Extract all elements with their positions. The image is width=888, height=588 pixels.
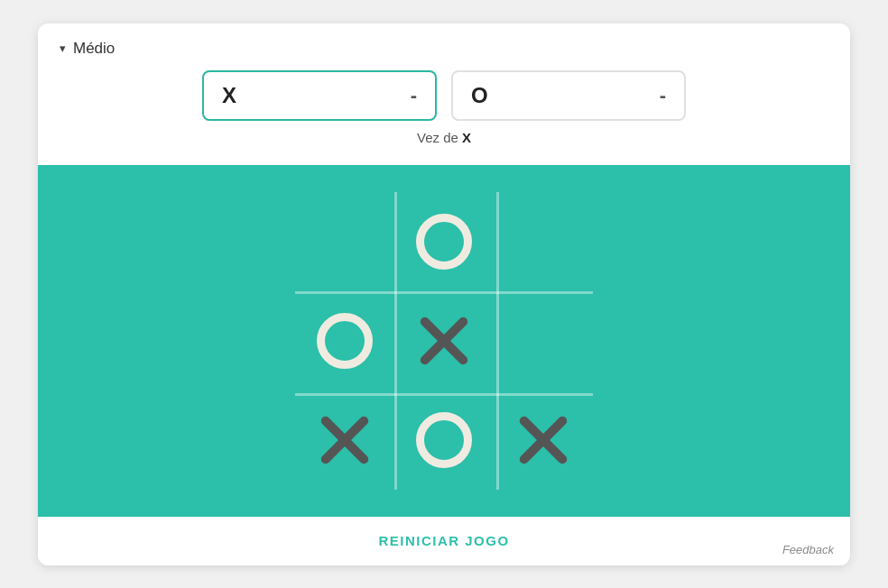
turn-label: Vez de xyxy=(417,130,458,145)
cell-2-1[interactable] xyxy=(394,390,494,490)
game-card: ▾ Médio X - O - Vez de X xyxy=(38,23,850,565)
o-piece xyxy=(416,214,472,270)
turn-indicator: Vez de X xyxy=(60,130,828,156)
o-piece xyxy=(317,313,373,369)
players-row: X - O - xyxy=(60,70,828,121)
cell-0-0[interactable] xyxy=(295,192,394,291)
difficulty-row: ▾ Médio xyxy=(60,40,828,58)
restart-button[interactable]: REINICIAR JOGO xyxy=(378,533,509,548)
cell-0-1[interactable] xyxy=(394,192,494,291)
cell-2-2[interactable] xyxy=(494,390,593,490)
board-grid[interactable] xyxy=(295,192,593,490)
player-x-symbol: X xyxy=(222,83,236,108)
game-board xyxy=(38,165,850,517)
chevron-icon: ▾ xyxy=(60,41,66,55)
cell-1-0[interactable] xyxy=(295,291,394,390)
cell-1-1[interactable] xyxy=(394,291,494,390)
turn-symbol: X xyxy=(462,130,471,145)
player-o-score: - xyxy=(660,84,666,107)
o-piece xyxy=(416,412,472,468)
card-footer: REINICIAR JOGO xyxy=(38,517,850,565)
x-piece xyxy=(515,412,571,468)
cell-2-0[interactable] xyxy=(295,390,394,490)
cell-1-2[interactable] xyxy=(494,291,593,390)
difficulty-label: Médio xyxy=(73,40,115,58)
player-o-box[interactable]: O - xyxy=(451,70,686,121)
x-piece xyxy=(416,313,472,369)
player-x-box[interactable]: X - xyxy=(202,70,437,121)
card-header: ▾ Médio X - O - Vez de X xyxy=(38,23,850,165)
cell-0-2[interactable] xyxy=(494,192,593,291)
feedback-label: Feedback xyxy=(782,543,834,556)
player-o-symbol: O xyxy=(471,83,488,108)
player-x-score: - xyxy=(411,84,417,107)
x-piece xyxy=(317,412,373,468)
